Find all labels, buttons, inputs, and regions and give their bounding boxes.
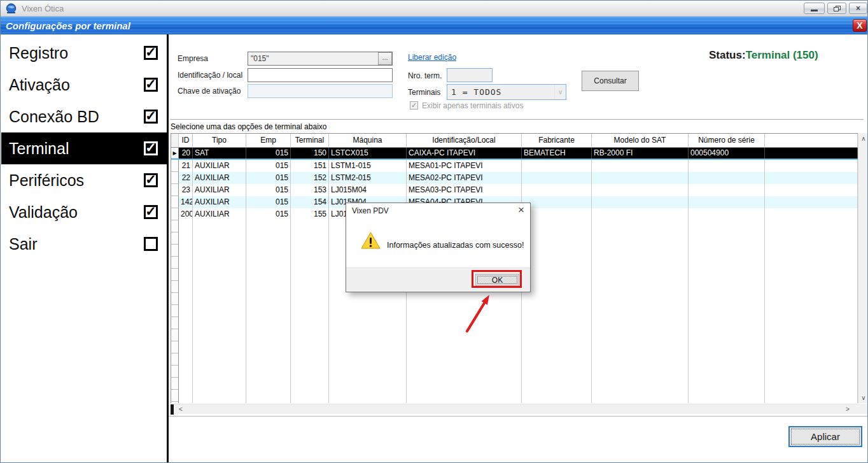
checkbox-checked-icon[interactable]: ✓ xyxy=(144,205,158,219)
grid-empty-column xyxy=(592,220,689,403)
table-cell xyxy=(522,160,592,172)
table-cell xyxy=(592,172,689,184)
scrollbar-corner xyxy=(858,404,868,414)
checkbox-unchecked-icon[interactable] xyxy=(144,237,158,251)
exibir-ativos-label: Exibir apenas terminais ativos xyxy=(422,101,523,110)
identificacao-field[interactable] xyxy=(248,68,393,82)
scroll-right-icon[interactable]: > xyxy=(843,404,853,415)
horizontal-scroll-thumb[interactable] xyxy=(171,404,174,415)
table-cell xyxy=(689,208,765,220)
table-row[interactable]: 22AUXILIAR015152LSTM2-015MESA02-PC ITAPE… xyxy=(171,172,858,184)
horizontal-scrollbar[interactable]: < > xyxy=(171,404,858,414)
row-selector-cell xyxy=(171,196,179,208)
close-button[interactable]: × xyxy=(849,3,867,14)
row-selector-column xyxy=(171,220,179,403)
table-cell: MESA03-PC ITAPEVI xyxy=(407,184,522,196)
table-row[interactable]: ▶20SAT015150LSTCX015CAIXA-PC ITAPEVIBEMA… xyxy=(171,148,858,160)
grid-empty-column xyxy=(522,220,592,403)
checkbox-checked-icon[interactable]: ✓ xyxy=(144,46,158,60)
table-cell xyxy=(765,172,858,184)
table-cell: 150 xyxy=(291,148,329,159)
nro-term-field[interactable] xyxy=(447,68,493,82)
checkbox-checked-icon[interactable]: ✓ xyxy=(144,110,158,124)
table-cell: SAT xyxy=(193,148,246,159)
table-cell: 015 xyxy=(246,208,291,220)
empresa-label: Empresa xyxy=(178,54,208,63)
checkbox-checked-icon[interactable]: ✓ xyxy=(144,78,158,92)
column-header xyxy=(765,134,858,148)
table-row[interactable]: 23AUXILIAR015153LJ015M04MESA03-PC ITAPEV… xyxy=(171,184,858,196)
restore-button[interactable] xyxy=(827,3,846,14)
row-selector-cell xyxy=(171,172,179,184)
sidebar-item-terminal[interactable]: Terminal✓ xyxy=(1,132,167,164)
exibir-ativos-checkbox[interactable]: ✓ xyxy=(410,101,418,110)
empresa-field[interactable] xyxy=(248,52,393,66)
column-header: ID xyxy=(179,134,193,148)
sidebar-item-registro[interactable]: Registro✓ xyxy=(1,37,167,69)
table-cell: 152 xyxy=(291,172,329,184)
restore-icon xyxy=(834,6,841,11)
table-cell: BEMATECH xyxy=(522,148,592,159)
table-cell xyxy=(522,208,592,220)
table-cell: RB-2000 FI xyxy=(592,148,689,159)
grid-empty-column xyxy=(246,220,291,403)
table-cell: 015 xyxy=(246,160,291,172)
ok-button[interactable]: OK xyxy=(475,274,519,286)
dialog-footer: OK xyxy=(346,267,530,292)
checkbox-checked-icon[interactable]: ✓ xyxy=(144,173,158,187)
sidebar-item-valida-o[interactable]: Validação✓ xyxy=(1,196,167,228)
dialog-close-icon[interactable]: × xyxy=(518,204,524,217)
row-selector-header xyxy=(171,134,179,148)
terminais-dropdown[interactable]: 1 = TODOS ∨ xyxy=(447,84,566,100)
scroll-left-icon[interactable]: < xyxy=(176,404,186,415)
minimize-button[interactable] xyxy=(804,3,825,14)
column-header: Terminal xyxy=(291,134,329,148)
checkbox-checked-icon[interactable]: ✓ xyxy=(144,141,158,155)
table-cell: 142 xyxy=(179,196,193,208)
sidebar-item-label: Registro xyxy=(9,44,68,62)
column-header: Identificação/Local xyxy=(407,134,522,148)
column-header: Fabricante xyxy=(522,134,592,148)
sidebar-item-label: Validação xyxy=(9,203,78,222)
table-cell xyxy=(765,184,858,196)
scroll-down-icon[interactable]: ∨ xyxy=(858,392,868,403)
table-cell: 155 xyxy=(291,208,329,220)
table-cell: 153 xyxy=(291,184,329,196)
table-cell: LSTM2-015 xyxy=(329,172,407,184)
app-icon xyxy=(6,3,17,14)
column-header: Emp xyxy=(246,134,291,148)
table-cell xyxy=(689,172,765,184)
grid-header-row: IDTipoEmpTerminalMáquinaIdentificação/Lo… xyxy=(171,134,858,148)
row-selector-cell xyxy=(171,160,179,172)
liberar-edicao-link[interactable]: Liberar edição xyxy=(408,53,456,62)
table-cell xyxy=(765,160,858,172)
sidebar-item-sair[interactable]: Sair xyxy=(1,228,167,260)
table-cell: 151 xyxy=(291,160,329,172)
empresa-browse-button[interactable]: ... xyxy=(378,52,392,65)
sidebar-item-perif-ricos[interactable]: Periféricos✓ xyxy=(1,164,167,196)
table-row[interactable]: 21AUXILIAR015151LSTM1-015MESA01-PC ITAPE… xyxy=(171,160,858,172)
minimize-icon xyxy=(811,10,818,11)
table-cell xyxy=(522,172,592,184)
table-cell xyxy=(765,208,858,220)
sidebar-item-label: Sair xyxy=(9,235,37,253)
grid-empty-column xyxy=(689,220,765,403)
table-cell: LJ015M04 xyxy=(329,184,407,196)
banner-close-button[interactable]: X xyxy=(853,19,867,32)
terminais-label: Terminais xyxy=(408,88,440,97)
table-cell: AUXILIAR xyxy=(193,160,246,172)
table-cell: 015 xyxy=(246,184,291,196)
sidebar-item-ativa-o[interactable]: Ativação✓ xyxy=(1,69,167,101)
table-cell: 015 xyxy=(246,172,291,184)
aplicar-button[interactable]: Aplicar xyxy=(788,426,862,447)
table-cell xyxy=(689,184,765,196)
status-value: Terminal (150) xyxy=(746,49,818,61)
table-cell: MESA02-PC ITAPEVI xyxy=(407,172,522,184)
message-dialog: Vixen PDV × Informações atualizadas com … xyxy=(346,203,531,292)
scroll-up-icon[interactable]: ∧ xyxy=(858,133,868,144)
sidebar-item-conex-o-bd[interactable]: Conexão BD✓ xyxy=(1,101,167,132)
consultar-button[interactable]: Consultar xyxy=(582,71,639,91)
vertical-scrollbar[interactable]: ∧ ∨ xyxy=(858,133,868,403)
warning-icon xyxy=(361,231,381,250)
chave-field[interactable] xyxy=(248,84,393,98)
